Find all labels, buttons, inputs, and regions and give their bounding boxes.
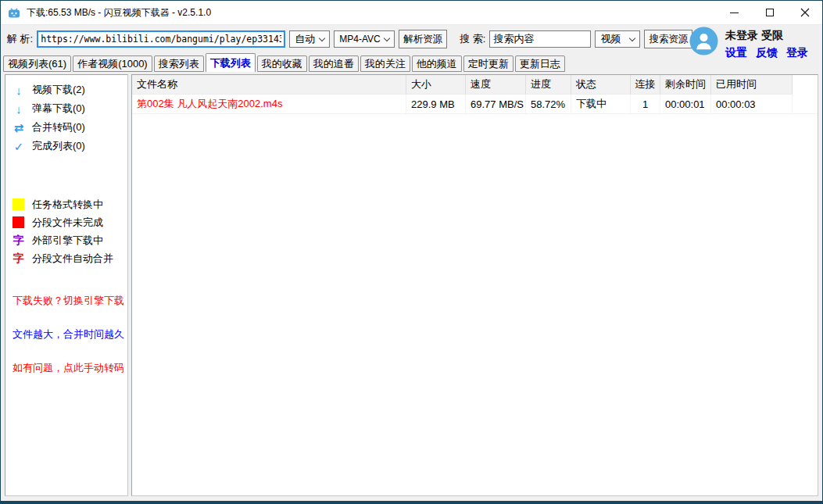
title-bar: 下载:65.53 MB/s - 闪豆视频下载器 - v2.5.1.0 — [1, 1, 822, 25]
column-header-connections[interactable]: 连接 — [631, 75, 660, 95]
tab-search-list[interactable]: 搜索列表 — [154, 55, 204, 72]
column-header-speed[interactable]: 速度 — [466, 75, 526, 95]
red-square-icon — [13, 216, 24, 228]
sidebar-item-label: 完成列表(0) — [32, 139, 85, 153]
cell-connections: 1 — [631, 95, 660, 113]
tab-his-channel[interactable]: 他的频道 — [412, 55, 462, 72]
column-header-remaining-time[interactable]: 剩余时间 — [660, 75, 711, 95]
purple-char-icon: 字 — [13, 234, 24, 248]
legend-item-auto-merge: 字 分段文件自动合并 — [5, 249, 127, 267]
cell-speed: 69.77 MB/S — [466, 95, 526, 113]
tab-video-list[interactable]: 视频列表(61) — [3, 55, 71, 72]
window-title: 下载:65.53 MB/s - 闪豆视频下载器 - v2.5.1.0 — [27, 6, 211, 20]
account-area: 未登录 受限 设置 反馈 登录 — [689, 27, 808, 60]
parse-label: 解 析: — [7, 32, 33, 46]
chevron-down-icon — [384, 34, 390, 41]
chevron-down-icon — [629, 34, 635, 41]
column-header-filename[interactable]: 文件名称 — [132, 75, 406, 95]
tab-my-favorites[interactable]: 我的收藏 — [257, 55, 307, 72]
yellow-square-icon — [13, 198, 24, 210]
column-header-progress[interactable]: 进度 — [526, 75, 571, 95]
red-char-icon: 字 — [13, 252, 24, 266]
close-button[interactable] — [787, 1, 822, 24]
minimize-button[interactable] — [717, 1, 752, 24]
column-header-status[interactable]: 状态 — [571, 75, 631, 95]
parse-resource-button[interactable]: 解析资源 — [399, 30, 447, 48]
maximize-icon — [766, 9, 774, 16]
tab-scheduled-update[interactable]: 定时更新 — [463, 55, 513, 72]
sidebar-item-label: 合并转码(0) — [32, 120, 85, 134]
legend-item-converting: 任务格式转换中 — [5, 195, 127, 213]
avatar[interactable] — [689, 27, 718, 55]
note-switch-engine[interactable]: 下载失败？切换引擎下载 — [5, 294, 127, 308]
sidebar: ↓ 视频下载(2) ↓ 弹幕下载(0) ⇄ 合并转码(0) ✓ 完成列表(0) … — [5, 74, 128, 496]
merge-arrows-icon: ⇄ — [13, 122, 25, 134]
table-row[interactable]: 第002集 凡人风起天南2002.m4s 229.9 MB 69.77 MB/S… — [132, 95, 818, 114]
cell-elapsed-time: 00:00:03 — [711, 95, 793, 113]
maximize-button[interactable] — [752, 1, 787, 24]
mode-select-value: 自动 — [295, 32, 315, 46]
search-resource-button[interactable]: 搜索资源 — [644, 30, 692, 48]
app-window: 下载:65.53 MB/s - 闪豆视频下载器 - v2.5.1.0 解 析: … — [0, 0, 823, 504]
sidebar-item-merge-transcode[interactable]: ⇄ 合并转码(0) — [5, 118, 127, 137]
cell-status: 下载中 — [571, 95, 631, 113]
cell-remaining-time: 00:00:01 — [660, 95, 711, 113]
tab-my-bangumi[interactable]: 我的追番 — [309, 55, 359, 72]
chrome-area: 解 析: 自动 MP4-AVC 解析资源 搜 索: 视频 搜索资源 视频列表(6… — [1, 25, 822, 72]
column-header-size[interactable]: 大小 — [406, 75, 466, 95]
login-status: 未登录 受限 — [725, 29, 808, 43]
column-header-elapsed-time[interactable]: 已用时间 — [711, 75, 793, 95]
search-label: 搜 索: — [460, 32, 485, 46]
search-input[interactable] — [489, 30, 591, 48]
tab-author-videos[interactable]: 作者视频(1000) — [73, 55, 152, 72]
window-controls — [717, 1, 822, 24]
mode-select[interactable]: 自动 — [289, 30, 330, 48]
sidebar-item-label: 弹幕下载(0) — [32, 102, 85, 116]
down-arrow-icon: ↓ — [13, 84, 25, 96]
chevron-down-icon — [319, 34, 325, 41]
check-icon: ✓ — [13, 141, 25, 152]
note-manual-transcode[interactable]: 如有问题，点此手动转码 — [5, 361, 127, 375]
down-arrow-icon: ↓ — [13, 103, 25, 115]
tab-download-list[interactable]: 下载列表 — [206, 53, 256, 72]
search-type-value: 视频 — [600, 32, 621, 46]
tab-changelog[interactable]: 更新日志 — [515, 55, 565, 72]
status-legend: 任务格式转换中 分段文件未完成 字 外部引擎下载中 字 分段文件自动合并 — [5, 195, 127, 267]
sidebar-item-danmaku-download[interactable]: ↓ 弹幕下载(0) — [5, 99, 127, 118]
tab-my-follows[interactable]: 我的关注 — [360, 55, 410, 72]
legend-item-external-engine: 字 外部引擎下载中 — [5, 231, 127, 249]
cell-progress: 58.72% — [526, 95, 571, 113]
account-links: 设置 反馈 登录 — [725, 46, 808, 60]
sidebar-item-completed-list[interactable]: ✓ 完成列表(0) — [5, 137, 127, 155]
format-select-value: MP4-AVC — [339, 34, 380, 45]
note-merge-time: 文件越大，合并时间越久 — [5, 327, 127, 341]
sidebar-item-label: 视频下载(2) — [32, 83, 85, 97]
app-icon — [8, 6, 20, 19]
feedback-link[interactable]: 反馈 — [756, 46, 778, 60]
login-link[interactable]: 登录 — [786, 46, 808, 60]
minimize-icon — [730, 13, 739, 13]
settings-link[interactable]: 设置 — [725, 46, 747, 60]
download-table: 文件名称 大小 速度 进度 状态 连接 剩余时间 已用时间 第002集 凡人风起… — [131, 74, 818, 496]
legend-item-segment-incomplete: 分段文件未完成 — [5, 213, 127, 231]
search-type-select[interactable]: 视频 — [595, 30, 640, 48]
format-select[interactable]: MP4-AVC — [334, 30, 395, 48]
main-area: ↓ 视频下载(2) ↓ 弹幕下载(0) ⇄ 合并转码(0) ✓ 完成列表(0) … — [1, 72, 822, 501]
sidebar-notes: 下载失败？切换引擎下载 文件越大，合并时间越久 如有问题，点此手动转码 — [5, 294, 127, 375]
cell-size: 229.9 MB — [406, 95, 466, 113]
sidebar-item-video-download[interactable]: ↓ 视频下载(2) — [5, 80, 127, 99]
url-input[interactable] — [37, 30, 285, 48]
cell-filename: 第002集 凡人风起天南2002.m4s — [132, 95, 406, 113]
close-icon — [800, 8, 810, 17]
table-header: 文件名称 大小 速度 进度 状态 连接 剩余时间 已用时间 — [132, 75, 818, 95]
